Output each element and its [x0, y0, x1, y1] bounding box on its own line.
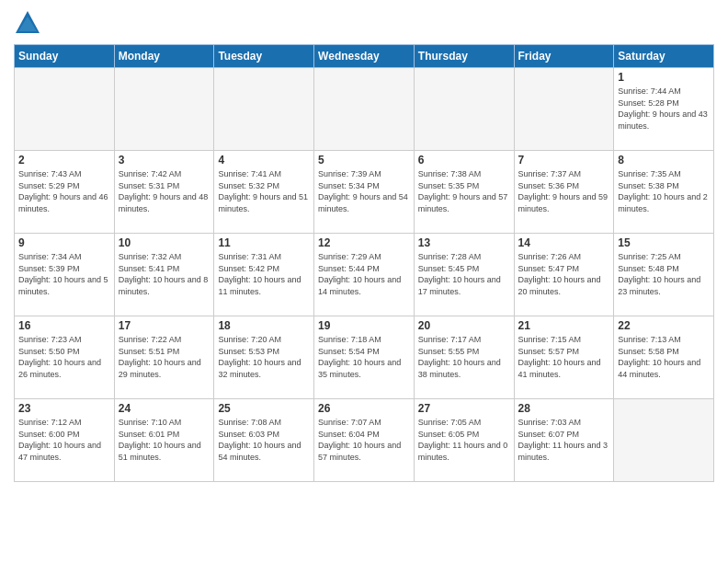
header: [14, 9, 714, 37]
day-number: 23: [18, 402, 110, 415]
day-number: 6: [418, 154, 510, 167]
day-number: 1: [618, 71, 710, 84]
calendar-cell: [414, 68, 514, 151]
day-info: Sunrise: 7:07 AM Sunset: 6:04 PM Dayligh…: [318, 417, 410, 463]
calendar-cell: 10Sunrise: 7:32 AM Sunset: 5:41 PM Dayli…: [114, 234, 214, 316]
calendar-cell: 3Sunrise: 7:42 AM Sunset: 5:31 PM Daylig…: [114, 151, 214, 234]
day-number: 21: [518, 319, 610, 332]
day-number: 12: [318, 236, 410, 249]
day-info: Sunrise: 7:42 AM Sunset: 5:31 PM Dayligh…: [119, 168, 210, 214]
day-number: 25: [218, 402, 310, 415]
day-info: Sunrise: 7:08 AM Sunset: 6:03 PM Dayligh…: [218, 417, 310, 463]
day-number: 22: [618, 319, 710, 332]
calendar-cell: 21Sunrise: 7:15 AM Sunset: 5:57 PM Dayli…: [514, 316, 614, 399]
calendar-cell: 6Sunrise: 7:38 AM Sunset: 5:35 PM Daylig…: [414, 151, 514, 234]
calendar-cell: 4Sunrise: 7:41 AM Sunset: 5:32 PM Daylig…: [214, 151, 314, 234]
day-info: Sunrise: 7:25 AM Sunset: 5:48 PM Dayligh…: [618, 251, 710, 297]
weekday-header: Thursday: [414, 45, 514, 68]
weekday-header: Wednesday: [314, 45, 415, 68]
day-info: Sunrise: 7:29 AM Sunset: 5:44 PM Dayligh…: [318, 251, 410, 297]
calendar-cell: 13Sunrise: 7:28 AM Sunset: 5:45 PM Dayli…: [414, 234, 514, 316]
calendar-cell: [214, 68, 314, 151]
weekday-header: Monday: [114, 45, 214, 68]
calendar-cell: 14Sunrise: 7:26 AM Sunset: 5:47 PM Dayli…: [514, 234, 614, 316]
day-info: Sunrise: 7:37 AM Sunset: 5:36 PM Dayligh…: [518, 168, 610, 214]
day-info: Sunrise: 7:23 AM Sunset: 5:50 PM Dayligh…: [18, 334, 110, 380]
calendar-week-row: 16Sunrise: 7:23 AM Sunset: 5:50 PM Dayli…: [15, 316, 714, 399]
calendar-cell: 12Sunrise: 7:29 AM Sunset: 5:44 PM Dayli…: [314, 234, 415, 316]
day-info: Sunrise: 7:26 AM Sunset: 5:47 PM Dayligh…: [518, 251, 610, 297]
calendar-cell: 7Sunrise: 7:37 AM Sunset: 5:36 PM Daylig…: [514, 151, 614, 234]
logo-icon: [14, 9, 41, 37]
weekday-header: Saturday: [614, 45, 714, 68]
day-info: Sunrise: 7:38 AM Sunset: 5:35 PM Dayligh…: [418, 168, 510, 214]
calendar-cell: 9Sunrise: 7:34 AM Sunset: 5:39 PM Daylig…: [15, 234, 115, 316]
day-info: Sunrise: 7:28 AM Sunset: 5:45 PM Dayligh…: [418, 251, 510, 297]
calendar-cell: 11Sunrise: 7:31 AM Sunset: 5:42 PM Dayli…: [214, 234, 314, 316]
day-info: Sunrise: 7:12 AM Sunset: 6:00 PM Dayligh…: [18, 417, 110, 463]
day-info: Sunrise: 7:43 AM Sunset: 5:29 PM Dayligh…: [18, 168, 110, 214]
day-number: 14: [518, 236, 610, 249]
calendar-body: 1Sunrise: 7:44 AM Sunset: 5:28 PM Daylig…: [15, 68, 714, 482]
day-info: Sunrise: 7:32 AM Sunset: 5:41 PM Dayligh…: [119, 251, 210, 297]
weekday-header: Sunday: [15, 45, 115, 68]
day-info: Sunrise: 7:44 AM Sunset: 5:28 PM Dayligh…: [618, 86, 710, 132]
day-number: 24: [119, 402, 210, 415]
day-info: Sunrise: 7:05 AM Sunset: 6:05 PM Dayligh…: [418, 417, 510, 463]
calendar-cell: 16Sunrise: 7:23 AM Sunset: 5:50 PM Dayli…: [15, 316, 115, 399]
weekday-header: Tuesday: [214, 45, 314, 68]
day-info: Sunrise: 7:39 AM Sunset: 5:34 PM Dayligh…: [318, 168, 410, 214]
day-info: Sunrise: 7:22 AM Sunset: 5:51 PM Dayligh…: [119, 334, 210, 380]
calendar-cell: 27Sunrise: 7:05 AM Sunset: 6:05 PM Dayli…: [414, 399, 514, 482]
day-number: 27: [418, 402, 510, 415]
day-number: 2: [18, 154, 110, 167]
logo: [14, 9, 45, 37]
calendar-cell: 5Sunrise: 7:39 AM Sunset: 5:34 PM Daylig…: [314, 151, 415, 234]
calendar-header: SundayMondayTuesdayWednesdayThursdayFrid…: [15, 45, 714, 68]
day-info: Sunrise: 7:34 AM Sunset: 5:39 PM Dayligh…: [18, 251, 110, 297]
calendar-cell: 19Sunrise: 7:18 AM Sunset: 5:54 PM Dayli…: [314, 316, 415, 399]
calendar-cell: [614, 399, 714, 482]
weekday-header: Friday: [514, 45, 614, 68]
day-number: 28: [518, 402, 610, 415]
day-info: Sunrise: 7:15 AM Sunset: 5:57 PM Dayligh…: [518, 334, 610, 380]
calendar-week-row: 1Sunrise: 7:44 AM Sunset: 5:28 PM Daylig…: [15, 68, 714, 151]
calendar-cell: 17Sunrise: 7:22 AM Sunset: 5:51 PM Dayli…: [114, 316, 214, 399]
day-number: 19: [318, 319, 410, 332]
calendar-cell: [314, 68, 415, 151]
calendar-week-row: 9Sunrise: 7:34 AM Sunset: 5:39 PM Daylig…: [15, 234, 714, 316]
day-number: 11: [218, 236, 310, 249]
calendar-cell: 1Sunrise: 7:44 AM Sunset: 5:28 PM Daylig…: [614, 68, 714, 151]
day-info: Sunrise: 7:20 AM Sunset: 5:53 PM Dayligh…: [218, 334, 310, 380]
day-number: 18: [218, 319, 310, 332]
day-info: Sunrise: 7:18 AM Sunset: 5:54 PM Dayligh…: [318, 334, 410, 380]
calendar-cell: [15, 68, 115, 151]
calendar-cell: [114, 68, 214, 151]
calendar-cell: 15Sunrise: 7:25 AM Sunset: 5:48 PM Dayli…: [614, 234, 714, 316]
day-number: 26: [318, 402, 410, 415]
calendar-cell: 28Sunrise: 7:03 AM Sunset: 6:07 PM Dayli…: [514, 399, 614, 482]
calendar-cell: 23Sunrise: 7:12 AM Sunset: 6:00 PM Dayli…: [15, 399, 115, 482]
day-info: Sunrise: 7:13 AM Sunset: 5:58 PM Dayligh…: [618, 334, 710, 380]
day-info: Sunrise: 7:41 AM Sunset: 5:32 PM Dayligh…: [218, 168, 310, 214]
calendar-cell: 20Sunrise: 7:17 AM Sunset: 5:55 PM Dayli…: [414, 316, 514, 399]
day-number: 15: [618, 236, 710, 249]
day-number: 8: [618, 154, 710, 167]
calendar-cell: 22Sunrise: 7:13 AM Sunset: 5:58 PM Dayli…: [614, 316, 714, 399]
calendar-cell: 24Sunrise: 7:10 AM Sunset: 6:01 PM Dayli…: [114, 399, 214, 482]
calendar-cell: 26Sunrise: 7:07 AM Sunset: 6:04 PM Dayli…: [314, 399, 415, 482]
day-number: 3: [119, 154, 210, 167]
day-info: Sunrise: 7:17 AM Sunset: 5:55 PM Dayligh…: [418, 334, 510, 380]
day-info: Sunrise: 7:03 AM Sunset: 6:07 PM Dayligh…: [518, 417, 610, 463]
day-info: Sunrise: 7:10 AM Sunset: 6:01 PM Dayligh…: [119, 417, 210, 463]
day-number: 5: [318, 154, 410, 167]
calendar-cell: 8Sunrise: 7:35 AM Sunset: 5:38 PM Daylig…: [614, 151, 714, 234]
page: SundayMondayTuesdayWednesdayThursdayFrid…: [0, 0, 728, 563]
day-number: 9: [18, 236, 110, 249]
calendar-cell: 2Sunrise: 7:43 AM Sunset: 5:29 PM Daylig…: [15, 151, 115, 234]
calendar-week-row: 23Sunrise: 7:12 AM Sunset: 6:00 PM Dayli…: [15, 399, 714, 482]
calendar-week-row: 2Sunrise: 7:43 AM Sunset: 5:29 PM Daylig…: [15, 151, 714, 234]
day-number: 20: [418, 319, 510, 332]
day-number: 7: [518, 154, 610, 167]
weekday-row: SundayMondayTuesdayWednesdayThursdayFrid…: [15, 45, 714, 68]
